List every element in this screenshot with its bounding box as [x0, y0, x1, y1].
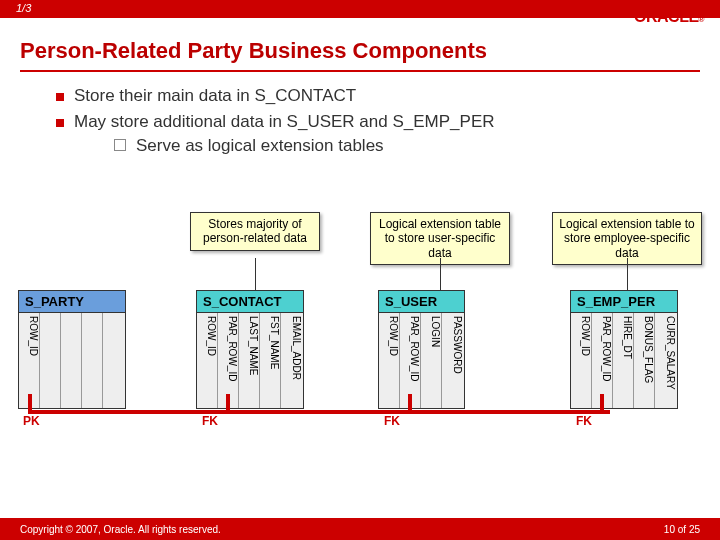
table-col: ROW_ID [379, 313, 400, 408]
table-col: LOGIN [421, 313, 442, 408]
table-s-party: S_PARTY ROW_ID [18, 290, 126, 409]
key-bar [28, 410, 610, 414]
copyright-text: Copyright © 2007, Oracle. All rights res… [20, 524, 221, 535]
table-header: S_EMP_PER [570, 290, 678, 313]
callout-line [255, 258, 256, 290]
callout-line [627, 258, 628, 290]
callout-contact: Stores majority of person-related data [190, 212, 320, 251]
fk-label: FK [384, 414, 400, 428]
pk-label: PK [23, 414, 40, 428]
footer-bar: Copyright © 2007, Oracle. All rights res… [0, 518, 720, 540]
table-s-user: S_USER ROW_ID PAR_ROW_ID LOGIN PASSWORD [378, 290, 465, 409]
table-header: S_CONTACT [196, 290, 304, 313]
table-col: FST_NAME [260, 313, 281, 408]
table-col: LAST_NAME [239, 313, 260, 408]
table-col: ROW_ID [197, 313, 218, 408]
table-header: S_PARTY [18, 290, 126, 313]
key-vertical [226, 394, 230, 412]
page-indicator: 10 of 25 [664, 524, 700, 535]
bullet-item: May store additional data in S_USER and … [56, 112, 720, 156]
sub-bullet-item: Serve as logical extension tables [114, 136, 720, 156]
table-col: CURR_SALARY [655, 313, 676, 408]
table-col: BONUS_FLAG [634, 313, 655, 408]
table-header: S_USER [378, 290, 465, 313]
key-vertical [28, 394, 32, 412]
top-bar: 1/3 [0, 0, 720, 18]
fk-label: FK [576, 414, 592, 428]
table-col: HIRE_DT [613, 313, 634, 408]
callout-line [440, 258, 441, 290]
table-col: PASSWORD [442, 313, 463, 408]
oracle-logo: ORACLE® [634, 8, 704, 26]
key-vertical [408, 394, 412, 412]
table-col [40, 313, 61, 408]
page-title: Person-Related Party Business Components [20, 38, 720, 64]
table-col [103, 313, 124, 408]
bullet-list: Store their main data in S_CONTACT May s… [56, 86, 720, 156]
table-s-contact: S_CONTACT ROW_ID PAR_ROW_ID LAST_NAME FS… [196, 290, 304, 409]
key-vertical [600, 394, 604, 412]
table-col: EMAIL_ADDR [281, 313, 302, 408]
table-col: ROW_ID [571, 313, 592, 408]
sub-bullet-list: Serve as logical extension tables [114, 136, 720, 156]
pager-label: 1/3 [16, 2, 31, 14]
bullet-item: Store their main data in S_CONTACT [56, 86, 720, 106]
table-s-emp-per: S_EMP_PER ROW_ID PAR_ROW_ID HIRE_DT BONU… [570, 290, 678, 409]
table-col [82, 313, 103, 408]
title-underline [20, 70, 700, 72]
diagram-area: Stores majority of person-related data L… [0, 200, 720, 460]
fk-label: FK [202, 414, 218, 428]
table-col [61, 313, 82, 408]
